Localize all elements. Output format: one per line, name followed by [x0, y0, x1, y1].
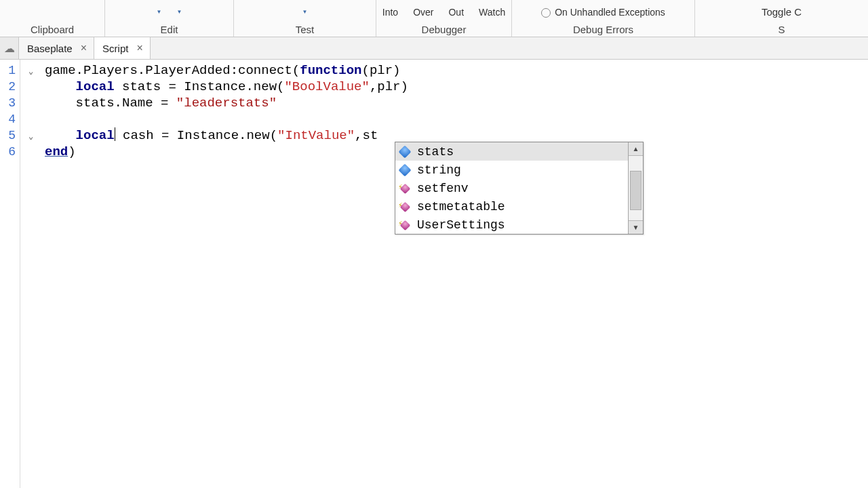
- ribbon-label-test: Test: [296, 22, 315, 35]
- ribbon-label-edit: Edit: [161, 22, 178, 35]
- autocomplete-item[interactable]: ⚡ setfenv: [395, 179, 628, 197]
- function-icon: ⚡: [399, 201, 410, 212]
- editor-tab-bar: ☁ Baseplate × Script ×: [0, 37, 868, 60]
- scroll-up-icon[interactable]: ▲: [629, 142, 643, 156]
- edit-dropdown-2[interactable]: ▼: [177, 9, 182, 15]
- debugger-watch[interactable]: Watch: [479, 7, 505, 18]
- code-editor[interactable]: 1 2 3 4 5 6 ⌄ ⌄ game.Players.PlayerAdded…: [0, 60, 868, 488]
- autocomplete-item[interactable]: string: [395, 161, 628, 179]
- tab-script[interactable]: Script ×: [94, 37, 151, 59]
- autocomplete-list: stats string ⚡ setfenv ⚡ setmetatable ⚡ …: [395, 142, 628, 234]
- errors-radio-option[interactable]: On Unhandled Exceptions: [541, 7, 665, 18]
- debugger-step-into[interactable]: Into: [382, 7, 398, 18]
- tab-baseplate[interactable]: Baseplate ×: [19, 37, 94, 59]
- tab-label: Script: [102, 43, 128, 54]
- function-icon: ⚡: [399, 220, 410, 230]
- edit-dropdown-1[interactable]: ▼: [157, 9, 162, 15]
- ribbon-group-errors: On Unhandled Exceptions Debug Errors: [512, 0, 695, 37]
- function-icon: ⚡: [399, 183, 410, 194]
- debugger-step-out[interactable]: Out: [448, 7, 464, 18]
- ribbon-toolbar: Clipboard ▼ ▼ Edit ▼ Test Into Over Out …: [0, 0, 868, 37]
- test-dropdown[interactable]: ▼: [302, 9, 308, 15]
- scroll-thumb[interactable]: [630, 171, 642, 210]
- scroll-track[interactable]: [629, 156, 643, 220]
- ribbon-group-edit: ▼ ▼ Edit: [105, 0, 234, 37]
- fold-marker-icon[interactable]: ⌄: [28, 131, 33, 141]
- cloud-icon[interactable]: ☁: [0, 37, 19, 59]
- ribbon-group-clipboard: Clipboard: [0, 0, 105, 37]
- autocomplete-item[interactable]: stats: [395, 142, 628, 161]
- autocomplete-scrollbar[interactable]: ▲ ▼: [628, 142, 643, 234]
- value-icon: [398, 163, 411, 176]
- ribbon-label-errors: Debug Errors: [573, 22, 633, 35]
- fold-gutter: ⌄ ⌄: [20, 60, 45, 488]
- ribbon-group-test: ▼ Test: [234, 0, 376, 37]
- autocomplete-popup: stats string ⚡ setfenv ⚡ setmetatable ⚡ …: [395, 142, 644, 235]
- code-content[interactable]: game.Players.PlayerAdded:connect(functio…: [45, 60, 408, 488]
- ribbon-group-toggle: Toggle C S: [695, 0, 868, 37]
- ribbon-group-debugger: Into Over Out Watch Debugger: [376, 0, 512, 37]
- autocomplete-item[interactable]: ⚡ setmetatable: [395, 197, 628, 216]
- ribbon-label-clipboard: Clipboard: [31, 22, 74, 35]
- autocomplete-item[interactable]: ⚡ UserSettings: [395, 216, 628, 234]
- line-number-gutter: 1 2 3 4 5 6: [0, 60, 20, 488]
- tab-label: Baseplate: [27, 43, 73, 54]
- value-icon: [398, 145, 411, 158]
- ribbon-label-debugger: Debugger: [422, 22, 467, 35]
- close-icon[interactable]: ×: [79, 42, 88, 54]
- scroll-down-icon[interactable]: ▼: [629, 220, 643, 234]
- toggle-button[interactable]: Toggle C: [762, 6, 802, 18]
- fold-marker-icon[interactable]: ⌄: [28, 66, 33, 76]
- close-icon[interactable]: ×: [135, 42, 144, 54]
- radio-icon: [541, 8, 551, 18]
- debugger-step-over[interactable]: Over: [413, 7, 433, 18]
